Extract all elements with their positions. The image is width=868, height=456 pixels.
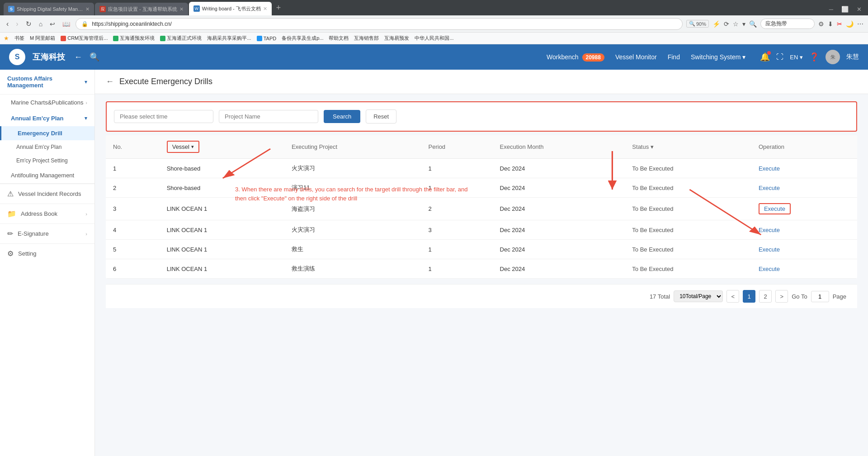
- page-back-button[interactable]: ←: [106, 77, 114, 86]
- bookmark-8[interactable]: 备份共享及生成p...: [282, 35, 323, 42]
- cell-operation[interactable]: Execute: [751, 159, 857, 178]
- col-vessel[interactable]: Vessel ▾: [160, 135, 284, 159]
- chevron-down-icon[interactable]: ▾: [742, 20, 745, 28]
- sidebar-annual-plan-label: Annual Em'cy Plan: [16, 144, 61, 150]
- bookmark-11[interactable]: 互海易预发: [384, 35, 409, 42]
- bookmark-7[interactable]: TAPD: [257, 36, 277, 41]
- theme-icon[interactable]: 🌙: [846, 20, 854, 28]
- project-name-filter-input[interactable]: [219, 110, 318, 123]
- refresh-icon[interactable]: ⟳: [724, 20, 729, 28]
- sidebar-emcy-project-label: Em'cy Project Setting: [16, 157, 68, 164]
- goto-input[interactable]: [811, 291, 829, 302]
- prev-page-button[interactable]: <: [726, 290, 739, 303]
- execute-link[interactable]: Execute: [759, 227, 780, 233]
- extensions-icon[interactable]: ⚙: [818, 20, 824, 28]
- sidebar-item-emergency-drill[interactable]: Emergency Drill: [0, 126, 94, 140]
- download-icon[interactable]: ⬇: [828, 20, 833, 28]
- vessel-monitor-link[interactable]: Vessel Monitor: [615, 53, 657, 61]
- cell-operation[interactable]: Execute: [751, 259, 857, 279]
- sidebar-category-e-signature[interactable]: ✏ E-Signature ›: [0, 223, 94, 243]
- page-1-button[interactable]: 1: [743, 290, 755, 303]
- sidebar-item-marine[interactable]: Marine Charts&Publications ›: [0, 95, 94, 110]
- reload-button[interactable]: ↻: [24, 19, 33, 29]
- go-back-icon[interactable]: ←: [74, 52, 82, 62]
- status-filter-icon: ▾: [651, 143, 654, 150]
- time-filter-input[interactable]: [114, 110, 213, 123]
- cell-month: Dec 2024: [493, 198, 625, 220]
- tab1-close-icon[interactable]: ✕: [85, 6, 90, 12]
- scissors-icon[interactable]: ✂: [837, 20, 842, 28]
- workbench-link[interactable]: Workbench 20988: [547, 53, 604, 61]
- find-link[interactable]: Find: [668, 53, 680, 61]
- cell-operation[interactable]: Execute: [751, 198, 857, 220]
- pagination-total: 17 Total: [650, 293, 670, 300]
- table-row: 3 LINK OCEAN 1 海盗演习 2 Dec 2024 To Be Exe…: [106, 198, 857, 220]
- goto-label: Go To: [792, 293, 807, 300]
- sidebar-category-vessel-incident[interactable]: ⚠ Vessel Incident Records: [0, 184, 94, 204]
- restore-icon[interactable]: ⬜: [839, 5, 851, 14]
- browser-tab-3[interactable]: W Writing board - 飞书云文档 ✕: [189, 2, 272, 15]
- cell-operation[interactable]: Execute: [751, 178, 857, 198]
- tab3-close-icon[interactable]: ✕: [263, 6, 267, 12]
- page-size-select[interactable]: 10Total/Page: [674, 290, 723, 302]
- sidebar-category-address-book[interactable]: 📁 Address Book ›: [0, 204, 94, 223]
- bookmark-9[interactable]: 帮助文档: [329, 35, 349, 42]
- sidebar-item-annual-plan[interactable]: Annual Em'cy Plan: [0, 140, 94, 154]
- cell-project: 演习11: [284, 178, 421, 198]
- fullscreen-button[interactable]: ⛶: [776, 53, 783, 61]
- sidebar-item-antifouling[interactable]: Antifouling Management: [0, 167, 94, 183]
- bookmark-5[interactable]: 互海通正式环境: [160, 35, 202, 42]
- reset-button[interactable]: Reset: [366, 109, 396, 124]
- bookmark-10[interactable]: 互海销售部: [354, 35, 379, 42]
- more-icon[interactable]: ⋯: [857, 20, 863, 28]
- next-page-button[interactable]: >: [775, 290, 788, 303]
- search-button[interactable]: Search: [324, 110, 360, 123]
- execute-link[interactable]: Execute: [759, 266, 780, 272]
- cell-vessel: LINK OCEAN 1: [160, 259, 284, 279]
- url-bar[interactable]: 🔒 https://shipping.oceanlinktech.cn/: [75, 18, 683, 30]
- header-search-button[interactable]: 🔍: [90, 52, 99, 62]
- execute-link[interactable]: Execute: [759, 246, 780, 253]
- browser-tab-2[interactable]: 应 应急项目设置 - 互海通帮助系统 ✕: [95, 3, 188, 15]
- cell-operation[interactable]: Execute: [751, 220, 857, 240]
- bookmark-12[interactable]: 中华人民共和国...: [415, 35, 453, 42]
- bookmark-4[interactable]: 互海通预发环境: [113, 35, 155, 42]
- bookmark-3[interactable]: CRM互海管理后...: [61, 35, 108, 42]
- bookmark-6[interactable]: 海易采共享采购平...: [207, 35, 251, 42]
- star-icon[interactable]: ☆: [733, 20, 739, 28]
- page-2-button[interactable]: 2: [759, 290, 772, 303]
- browser-search-input[interactable]: 应急拖带: [760, 19, 815, 29]
- sidebar-category-setting[interactable]: ⚙ Setting: [0, 243, 94, 263]
- bookmarks-button[interactable]: 📖: [61, 19, 72, 28]
- help-button[interactable]: ❓: [809, 52, 819, 62]
- col-status[interactable]: Status ▾: [625, 135, 751, 159]
- filter-bar: Search Reset: [106, 101, 857, 132]
- browser-tab-1[interactable]: S Shipping Digital Safety Mana... ✕: [4, 3, 94, 15]
- zoom-icon: 🔍: [689, 21, 695, 27]
- cell-operation[interactable]: Execute: [751, 240, 857, 259]
- execute-link[interactable]: Execute: [759, 165, 780, 172]
- new-tab-button[interactable]: +: [273, 2, 285, 14]
- forward-button[interactable]: ›: [14, 19, 20, 29]
- tab2-close-icon[interactable]: ✕: [179, 6, 184, 12]
- language-selector[interactable]: EN ▾: [790, 54, 803, 61]
- sidebar-item-emcy-project[interactable]: Em'cy Project Setting: [0, 154, 94, 167]
- cell-period: 1: [421, 178, 493, 198]
- col-period: Period: [421, 135, 493, 159]
- bookmark-2[interactable]: M 阿里邮箱: [30, 35, 55, 42]
- execute-link[interactable]: Execute: [759, 185, 780, 191]
- sidebar-item-annual-emcy[interactable]: Annual Em'cy Plan ▾: [0, 110, 94, 126]
- sidebar-section-customs[interactable]: Customs Affairs Management ▾: [0, 70, 94, 95]
- bookmark-1[interactable]: 书签: [14, 35, 24, 42]
- notification-button[interactable]: 🔔: [760, 52, 770, 62]
- execute-link[interactable]: Execute: [759, 203, 791, 214]
- history-button[interactable]: ↩: [48, 19, 57, 28]
- close-icon[interactable]: ✕: [854, 5, 864, 14]
- col-no: No.: [106, 135, 160, 159]
- user-name: 朱慧: [846, 53, 859, 61]
- back-button[interactable]: ‹: [5, 19, 10, 29]
- page-title: Execute Emergency Drills: [119, 77, 212, 86]
- home-button[interactable]: ⌂: [37, 19, 44, 28]
- minimize-icon[interactable]: ─: [826, 5, 836, 14]
- switching-system-button[interactable]: Switching System ▾: [691, 53, 745, 61]
